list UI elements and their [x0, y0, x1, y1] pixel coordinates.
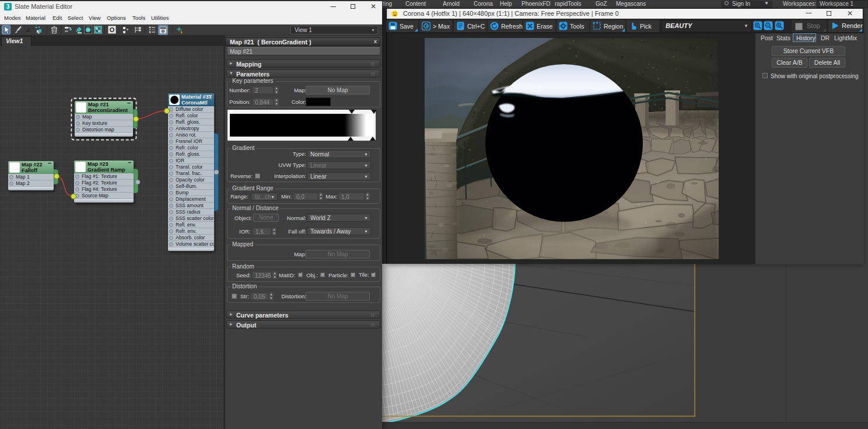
svg-text:O: O	[110, 26, 115, 33]
